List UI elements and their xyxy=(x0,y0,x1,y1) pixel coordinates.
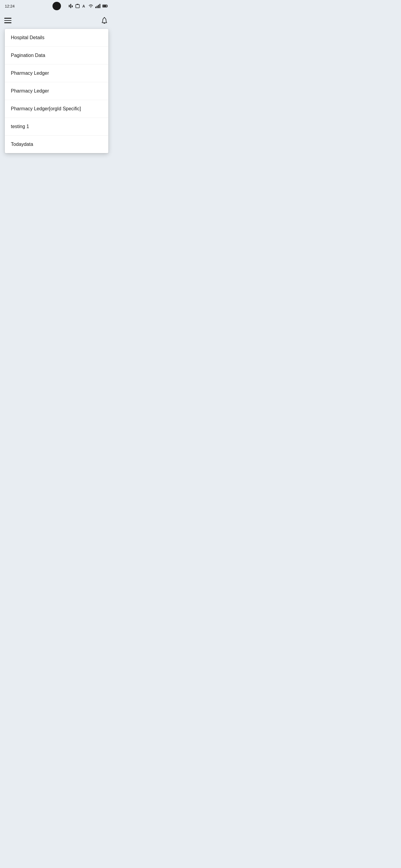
status-time: 12:24 xyxy=(5,4,15,8)
camera-notch xyxy=(53,2,61,10)
svg-rect-10 xyxy=(99,4,101,8)
menu-line-2 xyxy=(4,20,11,21)
menu-item-pagination-data[interactable]: Pagination Data xyxy=(5,47,108,64)
menu-line-1 xyxy=(4,18,11,19)
dropdown-menu: Hospital DetailsPagination DataPharmacy … xyxy=(5,29,108,153)
clipboard-icon xyxy=(75,4,80,8)
svg-text:A: A xyxy=(82,4,85,8)
battery-icon xyxy=(102,4,108,8)
status-icons: A xyxy=(68,4,108,8)
menu-item-testing-1[interactable]: testing 1 xyxy=(5,118,108,135)
menu-item-hospital-details[interactable]: Hospital Details xyxy=(5,29,108,47)
menu-item-pharmacy-ledger-orgid[interactable]: Pharmacy Ledger[orgId Specific] xyxy=(5,100,108,118)
wifi-icon xyxy=(88,4,93,8)
svg-rect-0 xyxy=(69,5,70,7)
menu-item-pharmacy-ledger-2[interactable]: Pharmacy Ledger xyxy=(5,82,108,100)
notifications-button[interactable] xyxy=(100,16,109,25)
svg-rect-2 xyxy=(72,5,73,7)
svg-rect-7 xyxy=(95,7,96,8)
menu-item-pharmacy-ledger-1[interactable]: Pharmacy Ledger xyxy=(5,64,108,82)
font-icon: A xyxy=(82,4,87,8)
menu-line-3 xyxy=(4,22,11,23)
status-bar: 12:24 A xyxy=(0,0,113,12)
svg-rect-12 xyxy=(103,5,107,7)
menu-button[interactable] xyxy=(4,16,13,25)
signal-icon xyxy=(95,4,101,8)
svg-rect-8 xyxy=(97,6,98,8)
svg-rect-9 xyxy=(98,5,99,8)
bell-svg xyxy=(101,17,108,24)
svg-rect-1 xyxy=(70,4,71,8)
app-bar xyxy=(0,12,113,29)
svg-point-13 xyxy=(104,17,105,18)
activity-icon xyxy=(68,4,73,8)
menu-item-todaydata[interactable]: Todaydata xyxy=(5,135,108,153)
svg-rect-4 xyxy=(77,4,79,5)
svg-point-6 xyxy=(90,7,91,7)
svg-rect-3 xyxy=(76,4,79,8)
